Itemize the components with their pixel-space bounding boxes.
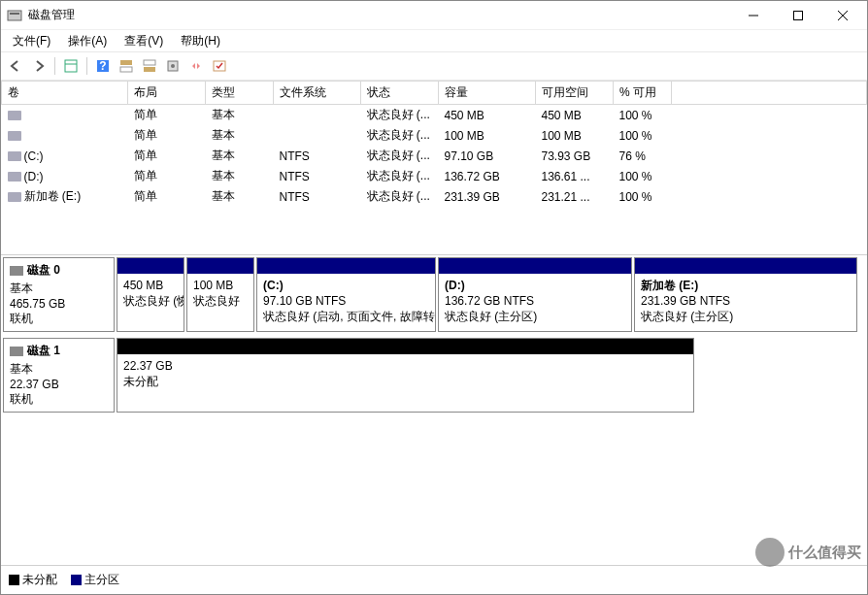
help-button[interactable]: ? xyxy=(92,55,114,77)
col-type[interactable]: 类型 xyxy=(206,82,274,105)
table-row[interactable]: 简单基本状态良好 (...450 MB450 MB100 % xyxy=(2,105,867,126)
col-pctfree[interactable]: % 可用 xyxy=(614,82,672,105)
menu-help[interactable]: 帮助(H) xyxy=(173,31,228,51)
partition[interactable]: (D:)136.72 GB NTFS状态良好 (主分区) xyxy=(438,257,632,332)
svg-rect-3 xyxy=(794,11,803,19)
disk1-size: 22.37 GB xyxy=(10,378,108,391)
table-row[interactable]: 简单基本状态良好 (...100 MB100 MB100 % xyxy=(2,125,867,146)
disk-icon xyxy=(10,266,23,276)
volume-list[interactable]: 卷 布局 类型 文件系统 状态 容量 可用空间 % 可用 简单基本状态良好 (.… xyxy=(1,81,867,255)
legend: 未分配 主分区 xyxy=(1,565,867,594)
close-button[interactable] xyxy=(820,1,865,30)
disk1-name: 磁盘 1 xyxy=(27,343,60,359)
menubar: 文件(F) 操作(A) 查看(V) 帮助(H) xyxy=(1,30,867,51)
legend-primary: 主分区 xyxy=(71,572,119,588)
svg-rect-12 xyxy=(144,60,155,65)
col-filler xyxy=(672,82,867,105)
table-row[interactable]: 新加卷 (E:)简单基本NTFS状态良好 (...231.39 GB231.21… xyxy=(2,186,867,207)
svg-rect-11 xyxy=(120,67,132,72)
column-headers[interactable]: 卷 布局 类型 文件系统 状态 容量 可用空间 % 可用 xyxy=(2,82,867,105)
layout-bottom-button[interactable] xyxy=(139,55,160,77)
window-title: 磁盘管理 xyxy=(28,7,731,23)
disk0-type: 基本 xyxy=(10,281,108,297)
svg-rect-10 xyxy=(120,60,132,65)
disk-info-1[interactable]: 磁盘 1 基本 22.37 GB 联机 xyxy=(3,338,115,413)
col-layout[interactable]: 布局 xyxy=(128,82,206,105)
svg-rect-1 xyxy=(10,13,19,15)
menu-action[interactable]: 操作(A) xyxy=(60,31,115,51)
svg-point-15 xyxy=(171,64,175,68)
svg-rect-0 xyxy=(8,11,21,20)
back-button[interactable] xyxy=(5,55,26,77)
titlebar: 磁盘管理 xyxy=(1,1,867,30)
partition[interactable]: 22.37 GB未分配 xyxy=(117,338,694,413)
disk0-state: 联机 xyxy=(10,311,108,327)
maximize-button[interactable] xyxy=(776,1,820,30)
separator xyxy=(86,57,87,75)
legend-unallocated: 未分配 xyxy=(9,572,57,588)
disk1-state: 联机 xyxy=(10,391,108,408)
disk-row-1[interactable]: 磁盘 1 基本 22.37 GB 联机 22.37 GB未分配 xyxy=(3,338,865,413)
watermark-icon xyxy=(755,538,785,567)
disk-row-0[interactable]: 磁盘 0 基本 465.75 GB 联机 450 MB状态良好 (恢复分区100… xyxy=(3,257,865,332)
col-capacity[interactable]: 容量 xyxy=(439,82,536,105)
svg-rect-13 xyxy=(144,67,155,72)
disk-area: 磁盘 0 基本 465.75 GB 联机 450 MB状态良好 (恢复分区100… xyxy=(1,255,867,420)
view-button[interactable] xyxy=(60,55,82,77)
refresh-button[interactable] xyxy=(185,55,207,77)
table-row[interactable]: (C:)简单基本NTFS状态良好 (...97.10 GB73.93 GB76 … xyxy=(2,146,867,166)
svg-text:?: ? xyxy=(99,59,106,73)
col-free[interactable]: 可用空间 xyxy=(536,82,614,105)
toolbar: ? xyxy=(1,51,867,81)
partition[interactable]: 新加卷 (E:)231.39 GB NTFS状态良好 (主分区) xyxy=(634,257,857,332)
forward-button[interactable] xyxy=(28,55,50,77)
col-volume[interactable]: 卷 xyxy=(2,82,128,105)
disk-info-0[interactable]: 磁盘 0 基本 465.75 GB 联机 xyxy=(3,257,115,332)
properties-button[interactable] xyxy=(162,55,184,77)
disk0-name: 磁盘 0 xyxy=(27,262,60,279)
partition[interactable]: (C:)97.10 GB NTFS状态良好 (启动, 页面文件, 故障转储 xyxy=(256,257,436,332)
watermark-text: 什么值得买 xyxy=(788,544,861,562)
svg-rect-6 xyxy=(65,60,77,72)
menu-file[interactable]: 文件(F) xyxy=(5,31,58,51)
check-button[interactable] xyxy=(209,55,230,77)
partition[interactable]: 450 MB状态良好 (恢复分区 xyxy=(117,257,184,332)
app-icon xyxy=(7,8,22,23)
table-row[interactable]: (D:)简单基本NTFS状态良好 (...136.72 GB136.61 ...… xyxy=(2,166,867,186)
separator xyxy=(54,57,55,75)
watermark: 什么值得买 xyxy=(755,538,861,567)
minimize-button[interactable] xyxy=(731,1,776,30)
disk-icon xyxy=(10,347,23,356)
disk1-type: 基本 xyxy=(10,361,108,378)
disk0-size: 465.75 GB xyxy=(10,297,108,311)
col-status[interactable]: 状态 xyxy=(361,82,439,105)
layout-top-button[interactable] xyxy=(116,55,137,77)
partition[interactable]: 100 MB状态良好 xyxy=(186,257,254,332)
menu-view[interactable]: 查看(V) xyxy=(117,31,171,51)
col-fs[interactable]: 文件系统 xyxy=(274,82,361,105)
